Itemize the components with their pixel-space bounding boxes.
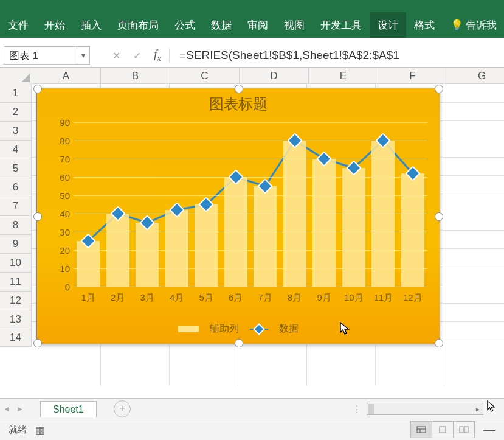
sheet-nav-prev-icon[interactable]: ◄: [0, 405, 13, 413]
worksheet: A B C D E F G 1 2 3 4 5 6 7 8 9 10 11 12…: [0, 68, 504, 386]
tell-me[interactable]: 💡 告诉我: [443, 12, 504, 38]
x-tick: 9月: [317, 292, 331, 304]
tab-design[interactable]: 设计: [370, 12, 406, 38]
svg-rect-0: [417, 427, 426, 433]
x-tick: 4月: [170, 292, 184, 304]
resize-handle[interactable]: [435, 212, 443, 221]
tab-data[interactable]: 数据: [203, 12, 240, 38]
row-headers: 1 2 3 4 5 6 7 8 9 10 11 12 13 14: [0, 84, 32, 347]
x-tick: 7月: [258, 292, 272, 304]
view-pagebreak-icon[interactable]: [453, 421, 475, 438]
y-tick: 20: [49, 245, 70, 256]
tab-scroll-grip-icon[interactable]: ⋮: [352, 403, 362, 415]
tab-insert[interactable]: 插入: [73, 12, 109, 38]
col-E[interactable]: E: [309, 68, 378, 84]
y-tick: 40: [49, 209, 70, 219]
select-all-triangle[interactable]: [0, 68, 32, 85]
tab-review[interactable]: 审阅: [240, 12, 276, 38]
view-normal-icon[interactable]: [410, 421, 432, 438]
x-tick: 12月: [403, 292, 423, 304]
bar[interactable]: [106, 214, 129, 287]
sheet-nav-next-icon[interactable]: ►: [13, 405, 27, 413]
resize-handle[interactable]: [235, 85, 243, 93]
status-text: 就绪: [0, 424, 35, 436]
row-10[interactable]: 10: [0, 254, 32, 273]
resize-handle[interactable]: [33, 339, 42, 347]
bar[interactable]: [401, 173, 424, 287]
bar[interactable]: [224, 177, 247, 287]
legend-swatch-aux: [178, 326, 199, 332]
y-tick: 60: [49, 172, 70, 183]
bar[interactable]: [342, 168, 365, 287]
svg-rect-3: [440, 427, 446, 433]
sheet-tab-sheet1[interactable]: Sheet1: [40, 401, 97, 417]
tab-file[interactable]: 文件: [0, 12, 36, 38]
row-14[interactable]: 14: [0, 329, 32, 347]
svg-rect-4: [460, 427, 463, 433]
col-G[interactable]: G: [447, 68, 504, 84]
legend[interactable]: 辅助列 数据: [37, 323, 440, 335]
col-C[interactable]: C: [170, 68, 240, 84]
sheet-tabs-bar: ◄ ► Sheet1 + ⋮ ◄ ►: [0, 398, 504, 419]
chart-title[interactable]: 图表标题: [37, 94, 440, 114]
col-B[interactable]: B: [101, 68, 170, 84]
fx-icon[interactable]: fx: [147, 48, 168, 63]
y-tick: 80: [49, 136, 70, 146]
row-11[interactable]: 11: [0, 273, 32, 292]
ribbon-tabs: 文件 开始 插入 页面布局 公式 数据 审阅 视图 开发工具 设计 格式 💡 告…: [0, 12, 504, 38]
tab-pagelayout[interactable]: 页面布局: [109, 12, 167, 38]
plot-area[interactable]: 01020304050607080901月2月3月4月5月6月7月8月9月10月…: [74, 122, 427, 287]
row-1[interactable]: 1: [0, 84, 32, 103]
x-tick: 11月: [373, 292, 393, 304]
resize-handle[interactable]: [33, 85, 42, 93]
bar[interactable]: [283, 141, 306, 287]
name-box-dropdown-icon[interactable]: ▼: [77, 47, 89, 64]
formula-input[interactable]: =SERIES(Sheet1!$B$1,Sheet1!$A$2:$A$1: [171, 49, 504, 62]
scroll-thumb[interactable]: [368, 404, 374, 414]
tab-view[interactable]: 视图: [276, 12, 312, 38]
bar[interactable]: [254, 186, 277, 287]
horizontal-scrollbar[interactable]: ◄ ►: [367, 403, 483, 415]
row-7[interactable]: 7: [0, 197, 32, 216]
column-headers: A B C D E F G: [32, 68, 504, 84]
tab-developer[interactable]: 开发工具: [312, 12, 370, 38]
x-tick: 10月: [344, 292, 364, 304]
row-3[interactable]: 3: [0, 122, 32, 141]
macro-record-icon[interactable]: ▦: [35, 424, 44, 436]
x-tick: 5月: [199, 292, 213, 304]
bar[interactable]: [371, 141, 395, 287]
x-tick: 1月: [81, 292, 95, 304]
row-6[interactable]: 6: [0, 178, 32, 197]
tab-formulas[interactable]: 公式: [167, 12, 203, 38]
row-2[interactable]: 2: [0, 103, 32, 122]
col-A[interactable]: A: [32, 68, 101, 84]
resize-handle[interactable]: [435, 85, 443, 93]
scroll-right-icon[interactable]: ►: [473, 403, 483, 414]
row-13[interactable]: 13: [0, 310, 32, 329]
tab-format[interactable]: 格式: [406, 12, 443, 38]
bar[interactable]: [165, 210, 188, 287]
row-4[interactable]: 4: [0, 141, 32, 159]
new-sheet-button[interactable]: +: [114, 400, 131, 417]
name-box[interactable]: 图表 1 ▼: [4, 46, 90, 65]
resize-handle[interactable]: [235, 339, 243, 347]
chart-object[interactable]: 图表标题 01020304050607080901月2月3月4月5月6月7月8月…: [36, 88, 440, 344]
resize-handle[interactable]: [33, 212, 42, 221]
svg-rect-5: [464, 427, 468, 433]
bar[interactable]: [195, 204, 218, 287]
row-8[interactable]: 8: [0, 216, 32, 235]
tab-home[interactable]: 开始: [36, 12, 73, 38]
y-tick: 30: [49, 227, 70, 237]
resize-handle[interactable]: [435, 339, 443, 347]
row-5[interactable]: 5: [0, 159, 32, 178]
view-pagelayout-icon[interactable]: [432, 421, 454, 438]
accept-formula-icon[interactable]: ✓: [126, 50, 147, 61]
cancel-formula-icon[interactable]: ✕: [106, 50, 126, 61]
zoom-out-icon[interactable]: —: [483, 423, 495, 437]
row-12[interactable]: 12: [0, 292, 32, 310]
col-F[interactable]: F: [378, 68, 447, 84]
bar[interactable]: [312, 159, 336, 287]
row-9[interactable]: 9: [0, 235, 32, 254]
col-D[interactable]: D: [240, 68, 309, 84]
bar[interactable]: [136, 223, 159, 287]
